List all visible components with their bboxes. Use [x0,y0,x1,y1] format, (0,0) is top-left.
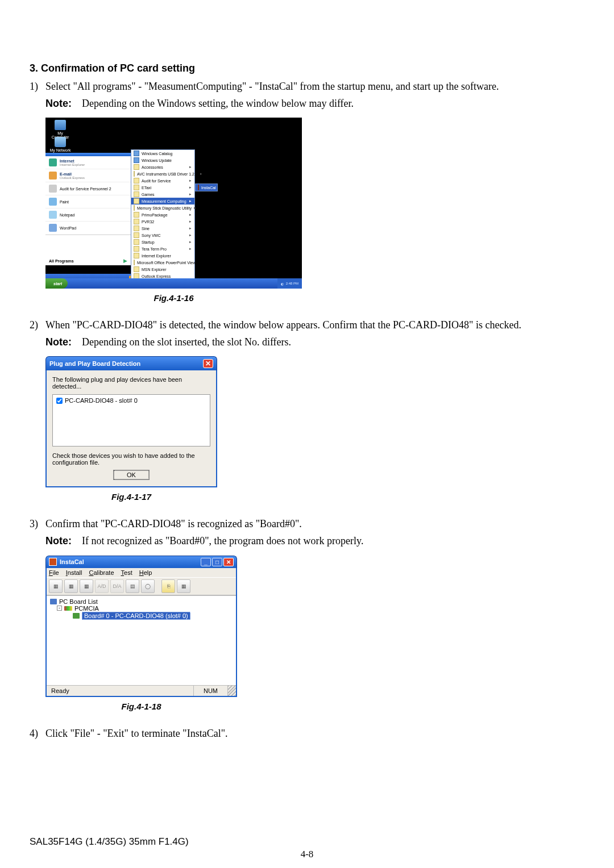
menu-item[interactable]: Accessories▸ [131,164,194,170]
toolbar-button-2[interactable]: ▦ [64,579,78,593]
instacal-icon [49,558,57,566]
menu-item[interactable]: PVR32▸ [131,218,194,225]
step-4-text: Click "File" - "Exit" to terminate "Inst… [45,726,584,741]
start-recent-paint[interactable]: Paint [45,195,131,208]
menu-item[interactable]: PrimoPackage▸ [131,211,194,218]
folder-icon [134,157,139,163]
close-button[interactable]: ✕ [203,359,213,368]
step-2-text: When "PC-CARD-DIO48" is detected, the wi… [45,318,584,332]
fig-4-1-16-screenshot: My Computer My Network Places InternetIn… [45,118,302,289]
maximize-button[interactable]: □ [212,558,222,566]
menu-item-label: Games [142,193,155,197]
folder-icon [134,239,139,245]
menu-item[interactable]: MSN Explorer [131,266,194,273]
chevron-right-icon: ▸ [189,247,192,251]
start-recent-audit[interactable]: Audit for Service Personnel 2 [45,182,131,195]
fig-4-1-18-caption: Fig.4-1-18 [45,702,237,711]
folder-icon [134,219,139,224]
folder-icon [134,164,139,170]
menu-help[interactable]: Help [139,569,152,576]
step-4-number: 4) [30,726,45,741]
menu-file[interactable]: File [49,569,59,576]
toolbar-button-8[interactable]: ⎘ [161,579,175,593]
start-button[interactable]: start [45,278,68,289]
tree-board-0[interactable]: Board# 0 - PC-CARD-DIO48 (slot# 0) [50,612,233,620]
minimize-button[interactable]: _ [201,558,211,566]
dialog-titlebar: Plug and Play Board Detection ✕ [45,356,217,370]
start-pinned-email[interactable]: E-mailOutlook Express [45,169,131,182]
menu-test[interactable]: Test [121,569,132,576]
menu-item-label: ETaxi [142,186,151,190]
start-recent-wordpad[interactable]: WordPad [45,222,131,235]
network-icon [55,137,66,147]
menu-item[interactable]: Sine▸ [131,225,194,232]
step-1-number: 1) [30,79,45,94]
menu-item[interactable]: Measurement Computing▸ [131,198,194,205]
collapse-icon[interactable]: - [57,606,62,611]
menu-item[interactable]: Audit for Service▸ [131,177,194,184]
ok-button[interactable]: OK [114,470,149,479]
resize-grip-icon[interactable] [228,686,236,696]
menu-item-instacal[interactable]: InstaCal [196,184,217,191]
menu-item[interactable]: ETaxi▸ [131,184,194,191]
step-4: 4) Click "File" - "Exit" to terminate "I… [30,726,584,741]
pinned-sub: Outlook Express [60,176,85,180]
note-text: Depending on the slot inserted, the slot… [82,336,291,348]
monitor-icon [55,120,66,130]
menu-item-label: Startup [142,240,155,244]
toolbar-button-ad[interactable]: A/D [95,579,109,593]
start-pinned-internet[interactable]: InternetInternet Explorer [45,156,131,169]
toolbar-button-6[interactable]: ▤ [126,579,139,593]
menu-item[interactable]: AVC Instruments USB Driver 1.2.0▸ [131,170,194,177]
toolbar-button-3[interactable]: ▦ [80,579,93,593]
section-number: 3. [30,62,38,74]
pinned-title: WordPad [60,226,76,230]
menu-item-label: PVR32 [142,220,154,224]
menu-item-label: Audit for Service [142,179,171,183]
device-checkbox[interactable] [56,398,63,404]
tree-root[interactable]: PC Board List [50,598,233,605]
step-2-note: Note: Depending on the slot inserted, th… [45,335,584,349]
menu-install[interactable]: Install [66,569,82,576]
menu-item[interactable]: Windows Update [131,157,194,164]
menu-item[interactable]: Internet Explorer [131,252,194,259]
menu-item[interactable]: Memory Stick Diagnostic Utility▸ [131,205,194,211]
desktop-icon-my-computer[interactable]: My Computer [49,120,72,139]
chevron-right-icon: ▸ [189,192,192,197]
start-recent-notepad[interactable]: Notepad [45,208,131,222]
toolbar-button-9[interactable]: ▦ [177,579,190,593]
step-1-note: Note: Depending on the Windows setting, … [45,96,584,111]
toolbar-button-da[interactable]: D/A [110,579,124,593]
start-all-programs[interactable]: All Programs ▶ [45,256,131,265]
toolbar-button-7[interactable]: ◯ [141,579,155,593]
device-checkbox-row[interactable]: PC-CARD-DIO48 - slot# 0 [56,397,206,404]
tree-root-label: PC Board List [59,598,98,605]
step-1-text: Select "All programs" - "MeasumentComput… [45,79,584,94]
tree-bus-pcmcia[interactable]: - PCMCIA [50,605,233,612]
toolbar-button-1[interactable]: ▦ [49,579,63,593]
step-3-text: Confirm that "PC-CARD-DIO48" is recogniz… [45,516,584,531]
menu-item[interactable]: Games▸ [131,191,194,198]
menu-item-label: Accessories [142,165,163,169]
step-2: 2) When "PC-CARD-DIO48" is detected, the… [30,318,584,332]
menu-item[interactable]: Tera Term Pro▸ [131,245,194,252]
menu-item[interactable]: Sony VMC▸ [131,232,194,239]
folder-icon [134,232,139,238]
chevron-right-icon: ▸ [189,199,192,203]
step-3-note: Note: If not recognized as "Board#0", th… [45,533,584,548]
folder-icon [134,246,139,252]
tree-board-label: Board# 0 - PC-CARD-DIO48 (slot# 0) [82,612,190,620]
menu-calibrate[interactable]: Calibrate [89,569,114,576]
fig-4-1-18-window: InstaCal _ □ ✕ File Install Calibrate Te… [45,556,237,697]
tray-icon: ◐ [281,282,284,286]
chevron-right-icon: ▶ [123,258,127,264]
chevron-right-icon: ▸ [194,206,196,210]
menu-item[interactable]: Microsoft Office PowerPoint Viewer 2003 [131,259,194,266]
menu-item-label: PrimoPackage [142,213,168,217]
section-title: Confirmation of PC card setting [41,62,195,74]
close-button[interactable]: ✕ [223,558,234,566]
step-3: 3) Confirm that "PC-CARD-DIO48" is recog… [30,516,584,531]
device-listbox: PC-CARD-DIO48 - slot# 0 [52,394,210,446]
menu-item[interactable]: Windows Catalog [131,150,194,157]
menu-item[interactable]: Startup▸ [131,239,194,245]
